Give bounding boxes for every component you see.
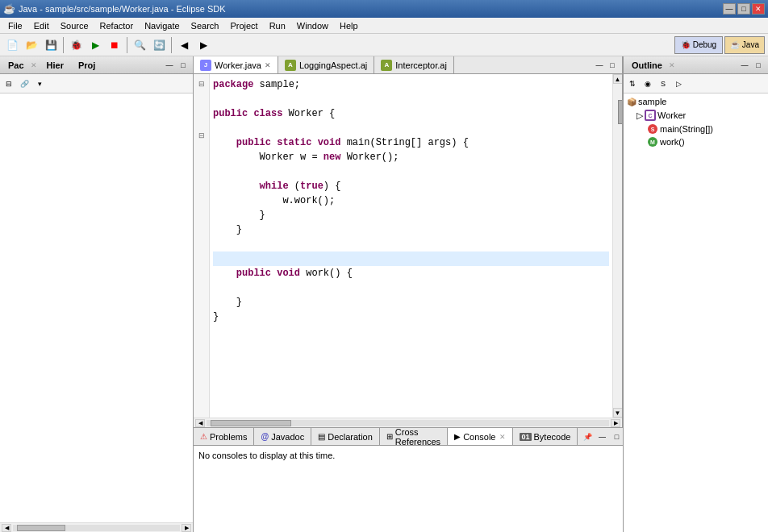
console-icon: ▶ [454,432,461,441]
tab-problems[interactable]: ⚠ Problems [194,428,254,445]
editor-tab-worker[interactable]: J Worker.java ✕ [194,56,278,73]
problems-icon: ⚠ [200,432,207,441]
stop-button[interactable]: ⏹ [106,36,123,54]
scroll-right-btn[interactable]: ▶ [182,524,191,532]
outline-tab-label[interactable]: Outline [627,60,667,71]
maximize-left-panel[interactable]: □ [177,59,190,72]
menu-item-refactor[interactable]: Refactor [95,19,139,32]
worker-tab-label: Worker.java [215,60,261,70]
console-label: Console [463,432,495,442]
outline-worker-group: ▷ C Worker S main(String[]) M work() [625,108,766,148]
menu-item-source[interactable]: Source [56,19,94,32]
menu-item-edit[interactable]: Edit [29,19,54,32]
outline-node-main[interactable]: S main(String[]) [646,123,766,135]
vscroll-up[interactable]: ▲ [613,74,623,84]
console-tab-close[interactable]: ✕ [499,433,506,441]
hscroll-thumb[interactable] [211,420,291,426]
outline-minimize[interactable]: — [738,59,751,72]
editor-vscrollbar[interactable]: ▲ ▼ [612,74,622,418]
editor-with-gutter: ⊟ ⊟ package sample; public class Worker … [194,74,622,427]
run-button[interactable]: ▶ [86,36,104,54]
minimize-button[interactable]: — [723,3,736,15]
worker-tab-close[interactable]: ✕ [265,61,271,69]
tab-cross-references[interactable]: ⊞ Cross References [380,428,448,445]
perspective-java[interactable]: ☕ Java [724,36,765,54]
debug-button[interactable]: 🐞 [67,36,85,54]
toolbar: 📄 📂 💾 🐞 ▶ ⏹ 🔍 🔄 ◀ ▶ 🐞 Debug ☕ Java [0,34,768,56]
scroll-left-btn[interactable]: ◀ [2,524,11,532]
console-text: No consoles to display at this time. [198,451,335,460]
open-button[interactable]: 📂 [23,36,40,54]
new-button[interactable]: 📄 [3,36,21,54]
hscroll-left[interactable]: ◀ [195,419,205,427]
left-panel: Pac ✕ Hier Proj — □ ⊟ 🔗 ▾ ◀ ▶ [0,56,194,532]
close-button[interactable]: ✕ [752,3,765,15]
outline-node-sample[interactable]: 📦 sample [625,95,766,108]
menu-item-project[interactable]: Project [225,19,262,32]
outline-node-worker[interactable]: ▷ C Worker [635,108,766,123]
tab-console[interactable]: ▶ Console ✕ [448,428,513,445]
menu-item-window[interactable]: Window [292,19,333,32]
menu-bar: FileEditSourceRefactorNavigateSearchProj… [0,18,768,34]
bottom-panel-pin[interactable]: 📌 [581,430,594,443]
outline-sample-icon: 📦 [627,98,637,106]
tab-hierarchy[interactable]: Hier [42,60,69,71]
code-editor[interactable]: package sample; public class Worker { pu… [210,74,612,418]
menu-item-navigate[interactable]: Navigate [140,19,184,32]
editor-hscrollbar[interactable]: ◀ ▶ [194,418,622,427]
forward-button[interactable]: ▶ [194,36,212,54]
outline-hide-static[interactable]: S [656,77,670,91]
hscroll-track[interactable] [207,420,609,426]
outline-node-work[interactable]: M work() [646,135,766,148]
tab-bytecode[interactable]: 01 Bytecode [513,428,578,445]
refresh-button[interactable]: 🔄 [150,36,168,54]
editor-tab-interceptor[interactable]: A Interceptor.aj [374,56,454,73]
editor-maximize[interactable]: □ [606,59,619,72]
bottom-panel: ⚠ Problems @ Javadoc ▤ Declaration ⊞ Cro… [194,427,623,532]
scroll-thumb[interactable] [17,525,65,531]
view-menu-button[interactable]: ▾ [32,77,47,91]
gutter-collapse-2[interactable]: ⊟ [195,129,208,142]
gutter-collapse-1[interactable]: ⊟ [195,77,208,90]
scroll-track[interactable] [13,525,180,531]
code-line-9: w.work(); [213,193,609,208]
editor-tab-logging[interactable]: A LoggingAspect.aj [278,56,374,73]
bottom-panel-minimize[interactable]: — [595,430,608,443]
menu-item-help[interactable]: Help [335,19,363,32]
collapse-all-button[interactable]: ⊟ [2,77,16,91]
menu-item-file[interactable]: File [3,19,27,32]
back-button[interactable]: ◀ [175,36,193,54]
perspective-debug[interactable]: 🐞 Debug [674,36,723,54]
vscroll-down[interactable]: ▼ [613,408,623,418]
outline-sort-btn[interactable]: ⇅ [625,77,640,91]
outline-maximize[interactable]: □ [752,59,765,72]
outline-tab-close[interactable]: ✕ [669,61,675,69]
menu-item-search[interactable]: Search [186,19,224,32]
outline-worker-expand[interactable]: ▷ [637,110,643,121]
outline-hide-nonpublic[interactable]: ▷ [671,77,686,91]
toolbar-separator-1 [63,37,64,53]
left-panel-scrollbar[interactable]: ◀ ▶ [0,522,193,532]
link-editor-button[interactable]: 🔗 [17,77,31,91]
tab-project[interactable]: Proj [73,60,100,71]
save-button[interactable]: 💾 [42,36,60,54]
code-line-16: } [213,295,609,310]
tab-declaration[interactable]: ▤ Declaration [311,428,380,445]
tab-javadoc[interactable]: @ Javadoc [254,428,311,445]
code-line-10: } [213,208,609,222]
minimize-left-panel[interactable]: — [163,59,176,72]
bottom-tabs: ⚠ Problems @ Javadoc ▤ Declaration ⊞ Cro… [194,428,623,446]
main-method-icon: S [648,124,657,134]
outline-panel: Outline ✕ — □ ⇅ ◉ S ▷ 📦 sample ▷ [623,56,768,532]
tab-close-pac[interactable]: ✕ [31,61,37,69]
tab-package-explorer[interactable]: Pac [3,60,29,71]
hscroll-right[interactable]: ▶ [611,419,620,427]
bottom-panel-maximize[interactable]: □ [610,430,623,443]
maximize-button[interactable]: □ [737,3,750,15]
menu-item-run[interactable]: Run [265,19,290,32]
search-button[interactable]: 🔍 [131,36,148,54]
outline-main-label: main(String[]) [660,124,713,134]
editor-minimize[interactable]: — [593,59,606,72]
outline-hide-fields[interactable]: ◉ [641,77,655,91]
vscroll-thumb[interactable] [618,100,623,124]
